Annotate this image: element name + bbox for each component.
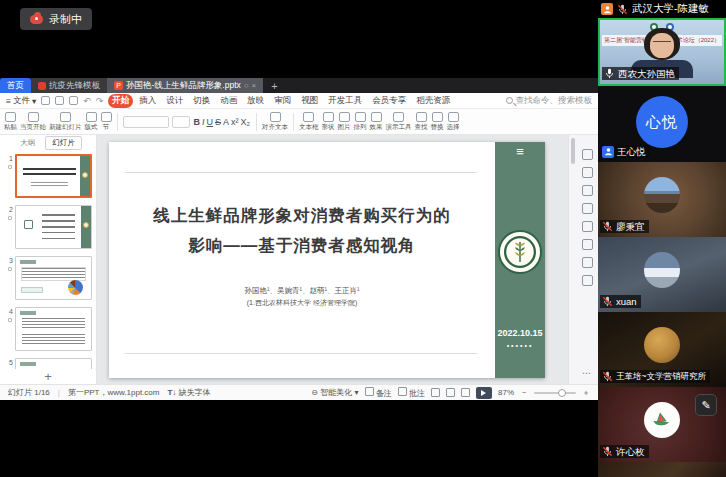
tab-docer-template[interactable]: 抗疫先锋模板: [31, 78, 107, 93]
participant-tile-partial[interactable]: [598, 462, 726, 477]
zoom-slider[interactable]: [534, 392, 576, 394]
format-B[interactable]: B: [193, 117, 202, 127]
zoom-in-button[interactable]: ＋: [582, 387, 590, 398]
undo-icon[interactable]: ↶: [83, 96, 91, 106]
missing-font-warning[interactable]: T↓ 缺失字体: [167, 387, 210, 398]
smart-beautify-button[interactable]: ⊖ 智能美化 ▾: [311, 387, 358, 398]
toolbar-button-效果[interactable]: 效果: [370, 112, 383, 132]
toolbar-button-演示工具[interactable]: 演示工具: [386, 112, 412, 132]
menu-稻壳资源[interactable]: 稻壳资源: [412, 94, 454, 108]
participant-header[interactable]: 武汉大学-陈建敏: [598, 0, 726, 18]
toolbar-button-查找[interactable]: 查找: [415, 112, 428, 132]
add-slide-button[interactable]: +: [0, 369, 96, 384]
format-S[interactable]: S: [214, 117, 222, 127]
toolbar-button-图片[interactable]: 图片: [338, 112, 351, 132]
slide-thumbnail-1[interactable]: [15, 154, 92, 198]
slideshow-button[interactable]: [476, 387, 492, 399]
align-text-icon: [270, 112, 281, 122]
slide-affiliation[interactable]: (1.西北农林科技大学 经济管理学院): [119, 298, 485, 308]
reading-view-icon[interactable]: [461, 388, 470, 397]
menu-设计[interactable]: 设计: [162, 94, 187, 108]
avatar: 心悦: [636, 96, 688, 148]
format-U[interactable]: U: [206, 117, 215, 127]
tab-slides[interactable]: 幻灯片: [45, 136, 82, 150]
tab-home[interactable]: 首页: [0, 78, 31, 93]
tool-icon-3[interactable]: [582, 203, 593, 214]
sidebar-tool-icons: [582, 149, 593, 286]
comments-button[interactable]: 批注: [398, 387, 425, 399]
slide-thumbnail-4[interactable]: [15, 307, 92, 351]
menu-审阅[interactable]: 审阅: [270, 94, 295, 108]
toolbar-button-选择[interactable]: 选择: [447, 112, 460, 132]
toolbar-button-形状[interactable]: 形状: [322, 112, 335, 132]
tool-icon-6[interactable]: [582, 257, 593, 268]
toolbar-button-替换[interactable]: 替换: [431, 112, 444, 132]
new-tab-button[interactable]: +: [263, 78, 285, 93]
menu-切换[interactable]: 切换: [189, 94, 214, 108]
participant-tile-4[interactable]: xuan: [598, 237, 726, 312]
font-name-input[interactable]: [123, 116, 169, 128]
tool-icon-0[interactable]: [582, 149, 593, 160]
zoom-out-button[interactable]: －: [520, 387, 528, 398]
font-size-input[interactable]: [172, 116, 190, 128]
tool-icon-2[interactable]: [582, 185, 593, 196]
redo-icon[interactable]: ↷: [96, 96, 104, 106]
recording-badge[interactable]: 录制中: [20, 8, 92, 30]
zoom-level[interactable]: 87%: [498, 388, 514, 397]
tool-icon-4[interactable]: [582, 221, 593, 232]
toolbar-button-新建幻灯片[interactable]: 新建幻灯片: [49, 112, 82, 132]
slide-authors[interactable]: 孙国艳¹、吴婉青¹、赵萌¹、王正肖¹: [119, 286, 485, 296]
tool-icon-1[interactable]: [582, 167, 593, 178]
slide-thumbnail-2[interactable]: [15, 205, 92, 249]
slide-canvas[interactable]: 线上生鲜品牌形象对消费者购买行为的 影响——基于消费者感知视角 孙国艳¹、吴婉青…: [97, 135, 568, 384]
format-A[interactable]: A: [222, 117, 230, 127]
sorter-view-icon[interactable]: [446, 388, 455, 397]
thumbnail-row: 2: [4, 205, 92, 249]
menu-放映[interactable]: 放映: [243, 94, 268, 108]
notes-icon: [365, 387, 374, 396]
toolbar-button-排列[interactable]: 排列: [354, 112, 367, 132]
print-icon[interactable]: [69, 96, 78, 105]
tool-icon-7[interactable]: [582, 275, 593, 286]
menu-开发工具[interactable]: 开发工具: [324, 94, 366, 108]
close-tab-icon[interactable]: ×: [252, 81, 257, 90]
toolbar-button-文本框[interactable]: 文本框: [299, 112, 319, 132]
more-tools-icon[interactable]: ⋯: [582, 368, 591, 378]
toolbar-button-节[interactable]: 节: [101, 112, 112, 132]
align-text-button[interactable]: 对齐文本: [262, 112, 288, 132]
slide-title[interactable]: 线上生鲜品牌形象对消费者购买行为的 影响——基于消费者感知视角: [119, 200, 485, 260]
toolbar-button-版式[interactable]: 版式: [85, 112, 98, 132]
toolbar-button-当页开始[interactable]: 当页开始: [20, 112, 46, 132]
participant-tile-1[interactable]: 第二届“智能营销学术论坛（2022）西农大孙国艳: [598, 18, 726, 86]
menu-视图[interactable]: 视图: [297, 94, 322, 108]
slide-thumbnail-3[interactable]: [15, 256, 92, 300]
tab-docer-label: 抗疫先锋模板: [49, 80, 100, 92]
tab-document[interactable]: P 孙国艳-线上生鲜品牌形象.pptx ○ ×: [107, 78, 263, 93]
menu-动画[interactable]: 动画: [216, 94, 241, 108]
command-search[interactable]: 查找命令、搜索模板: [506, 95, 593, 107]
menu-会员专享[interactable]: 会员专享: [368, 94, 410, 108]
save-icon[interactable]: [41, 96, 50, 105]
format-x²[interactable]: x²: [230, 117, 240, 127]
participant-tile-5[interactable]: 王革培~文学营销研究所: [598, 312, 726, 387]
menu-开始[interactable]: 开始: [108, 94, 133, 108]
zoom-slider-knob[interactable]: [558, 389, 566, 397]
participant-tile-2[interactable]: 心悦王心悦: [598, 86, 726, 162]
output-icon[interactable]: [55, 96, 64, 105]
notes-button[interactable]: 备注: [365, 387, 392, 399]
participant-tile-3[interactable]: 廖秉宜: [598, 162, 726, 237]
tool-icon-5[interactable]: [582, 239, 593, 250]
vertical-scrollbar[interactable]: [571, 138, 575, 164]
thumbnail-number: 4: [4, 307, 13, 351]
normal-view-icon[interactable]: [431, 388, 440, 397]
format-X₂[interactable]: X₂: [240, 117, 252, 127]
menu-插入[interactable]: 插入: [135, 94, 160, 108]
file-menu[interactable]: ≡ 文件 ▾: [6, 95, 36, 107]
annotation-pen-button[interactable]: ✎: [695, 394, 717, 416]
muted-mic-icon: [602, 296, 613, 307]
toolbar-button-粘贴[interactable]: 粘贴: [4, 112, 17, 132]
thumbnail-row: 4: [4, 307, 92, 351]
current-slide[interactable]: 线上生鲜品牌形象对消费者购买行为的 影响——基于消费者感知视角 孙国艳¹、吴婉青…: [109, 142, 545, 378]
participant-tile-6[interactable]: ✎许心枚: [598, 387, 726, 462]
tab-outline[interactable]: 大纲: [14, 137, 41, 149]
